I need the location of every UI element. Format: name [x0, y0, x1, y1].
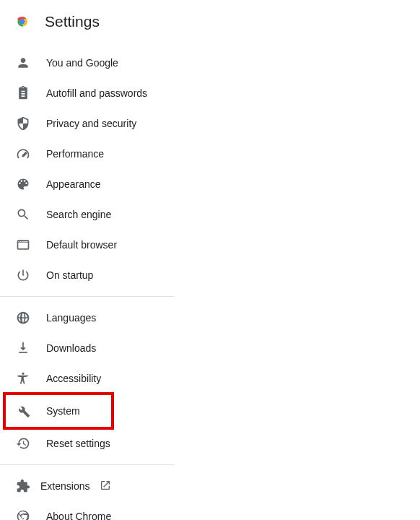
chrome-outline-icon: [16, 509, 30, 520]
nav-item-label: Appearance: [46, 178, 101, 190]
nav-item-extensions[interactable]: Extensions: [0, 471, 420, 501]
nav-item-default-browser[interactable]: Default browser: [0, 230, 420, 260]
nav-item-label: Privacy and security: [46, 118, 136, 129]
extension-icon: [16, 479, 30, 493]
nav-item-label: About Chrome: [46, 511, 111, 520]
chrome-logo-icon: [14, 14, 30, 30]
nav-item-label: Autofill and passwords: [46, 87, 147, 99]
nav-item-label: On startup: [46, 269, 93, 281]
nav-item-on-startup[interactable]: On startup: [0, 260, 420, 290]
nav-item-label: You and Google: [46, 57, 118, 69]
nav-item-languages[interactable]: Languages: [0, 303, 420, 333]
divider: [0, 296, 175, 297]
restore-icon: [16, 436, 30, 451]
nav-item-downloads[interactable]: Downloads: [0, 333, 420, 363]
speedometer-icon: [16, 147, 30, 161]
nav-item-appearance[interactable]: Appearance: [0, 169, 420, 199]
nav-item-reset-settings[interactable]: Reset settings: [0, 428, 420, 459]
nav-item-label: Reset settings: [46, 438, 110, 449]
palette-icon: [16, 177, 30, 191]
search-icon: [16, 207, 30, 222]
nav-item-performance[interactable]: Performance: [0, 139, 420, 169]
globe-icon: [16, 311, 30, 325]
person-icon: [16, 56, 30, 70]
nav-item-label-wrap: Extensions: [40, 480, 111, 493]
browser-icon: [16, 238, 30, 252]
nav-item-label: Accessibility: [46, 373, 101, 384]
nav-item-label: Search engine: [46, 209, 111, 220]
nav-item-about-chrome[interactable]: About Chrome: [0, 501, 420, 520]
nav-item-accessibility[interactable]: Accessibility: [0, 363, 420, 394]
nav-item-label: Downloads: [46, 342, 96, 354]
wrench-icon: [16, 404, 30, 418]
nav-item-label: System: [46, 405, 80, 417]
nav-item-system[interactable]: System: [4, 394, 113, 428]
shield-icon: [16, 116, 30, 131]
nav-item-label: Extensions: [40, 480, 89, 492]
nav-item-search-engine[interactable]: Search engine: [0, 199, 420, 230]
open-in-new-icon: [100, 480, 111, 493]
clipboard-icon: [16, 86, 30, 100]
divider: [0, 464, 175, 465]
settings-header: Settings: [0, 0, 420, 43]
settings-nav: You and Google Autofill and passwords Pr…: [0, 43, 420, 520]
power-icon: [16, 268, 30, 282]
download-icon: [16, 341, 30, 355]
nav-item-label: Default browser: [46, 239, 117, 251]
page-title: Settings: [45, 13, 100, 30]
accessibility-icon: [16, 371, 30, 386]
nav-item-label: Languages: [46, 312, 96, 324]
nav-item-privacy[interactable]: Privacy and security: [0, 108, 420, 139]
nav-item-label: Performance: [46, 148, 104, 160]
nav-item-autofill[interactable]: Autofill and passwords: [0, 78, 420, 108]
nav-item-you-and-google[interactable]: You and Google: [0, 48, 420, 78]
